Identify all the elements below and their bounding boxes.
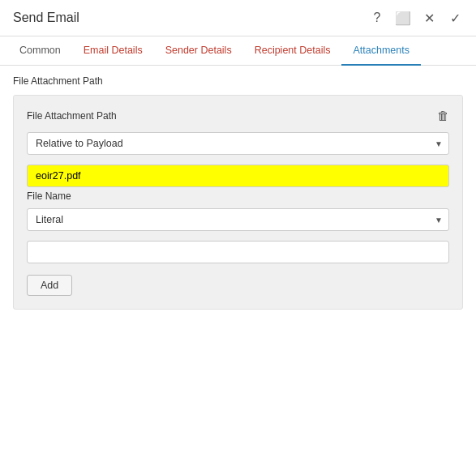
main-content: File Attachment Path File Attachment Pat… — [0, 66, 476, 319]
path-value-input[interactable] — [27, 165, 449, 187]
card-label: File Attachment Path — [27, 110, 117, 122]
filename-type-select[interactable]: Literal Expression — [27, 208, 449, 231]
title-bar-actions: ? ⬜ ✕ ✓ — [369, 10, 463, 26]
filename-dropdown-wrapper: Literal Expression ▼ — [27, 208, 449, 231]
tab-recipient-details[interactable]: Recipient Details — [243, 36, 342, 66]
section-header: File Attachment Path — [13, 75, 463, 87]
tab-bar: Common Email Details Sender Details Reci… — [0, 36, 476, 66]
path-type-select[interactable]: Relative to Payload Absolute Relative to… — [27, 132, 449, 155]
dialog-title: Send Email — [13, 11, 79, 25]
filename-value-input[interactable] — [27, 241, 449, 263]
tab-sender-details[interactable]: Sender Details — [154, 36, 243, 66]
delete-icon[interactable]: 🗑 — [437, 109, 449, 122]
help-icon[interactable]: ? — [369, 10, 385, 26]
window-icon[interactable]: ⬜ — [395, 10, 411, 26]
close-icon[interactable]: ✕ — [421, 10, 437, 26]
add-button[interactable]: Add — [27, 275, 72, 296]
filename-label: File Name — [27, 190, 449, 202]
attachment-card: File Attachment Path 🗑 Relative to Paylo… — [13, 95, 463, 310]
title-bar: Send Email ? ⬜ ✕ ✓ — [0, 0, 476, 36]
tab-attachments[interactable]: Attachments — [341, 36, 420, 66]
path-dropdown-wrapper: Relative to Payload Absolute Relative to… — [27, 132, 449, 155]
card-header: File Attachment Path 🗑 — [27, 109, 449, 122]
confirm-icon[interactable]: ✓ — [447, 10, 463, 26]
tab-email-details[interactable]: Email Details — [72, 36, 154, 66]
tab-common[interactable]: Common — [8, 36, 72, 66]
